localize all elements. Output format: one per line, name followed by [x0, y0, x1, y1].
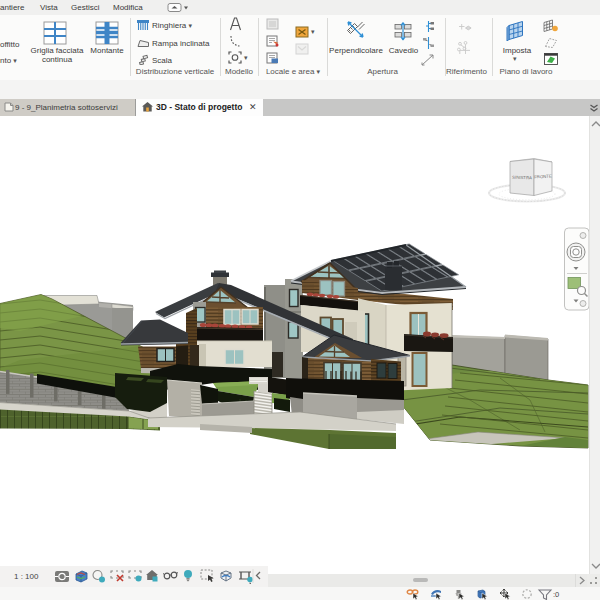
svg-text:SINISTRA: SINISTRA — [512, 175, 532, 181]
svg-text::0: :0 — [553, 590, 559, 599]
svg-text:FRONTE: FRONTE — [534, 174, 552, 180]
